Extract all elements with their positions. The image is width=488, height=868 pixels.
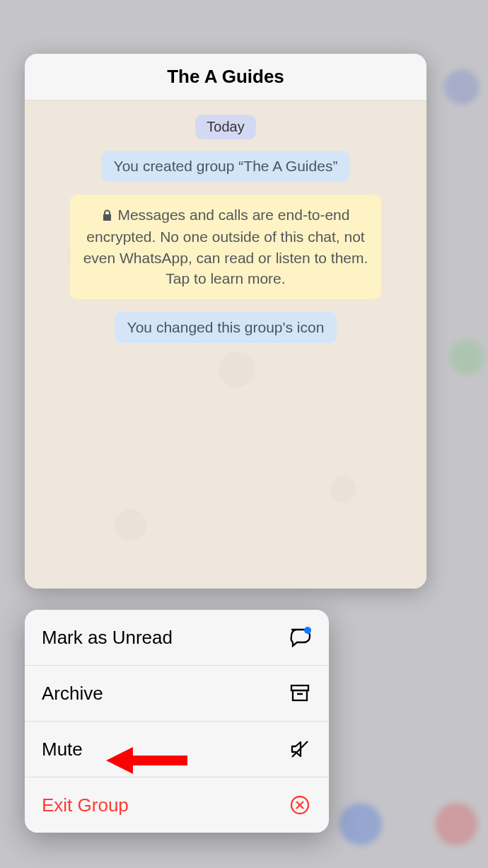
date-pill: Today xyxy=(195,115,255,139)
chat-preview-panel[interactable]: The A Guides Today You created group “Th… xyxy=(25,54,426,589)
exit-icon xyxy=(288,793,312,817)
chat-body: Today You created group “The A Guides” M… xyxy=(25,100,426,589)
bg-blur xyxy=(444,69,480,105)
chat-unread-icon xyxy=(288,625,312,649)
context-menu: Mark as Unread Archive Mute Exit Gr xyxy=(25,610,329,833)
menu-label: Exit Group xyxy=(42,794,129,816)
bg-blur xyxy=(339,803,382,845)
system-message: You created group “The A Guides” xyxy=(101,151,351,182)
bg-blur xyxy=(449,340,484,375)
menu-archive[interactable]: Archive xyxy=(25,666,329,722)
chat-title: The A Guides xyxy=(167,66,284,88)
encryption-notice[interactable]: Messages and calls are end-to-end encryp… xyxy=(70,195,381,299)
bg-blur xyxy=(435,803,477,845)
svg-rect-2 xyxy=(293,690,307,700)
menu-label: Mute xyxy=(42,739,83,760)
menu-label: Archive xyxy=(42,683,103,705)
system-message: You changed this group's icon xyxy=(115,312,337,343)
archive-icon xyxy=(288,681,312,705)
menu-label: Mark as Unread xyxy=(42,627,173,649)
mute-icon xyxy=(288,737,312,761)
menu-mute[interactable]: Mute xyxy=(25,722,329,777)
lock-icon xyxy=(102,206,112,226)
menu-exit-group[interactable]: Exit Group xyxy=(25,777,329,833)
svg-point-0 xyxy=(304,627,311,634)
chat-header: The A Guides xyxy=(25,54,426,100)
encryption-text: Messages and calls are end-to-end encryp… xyxy=(83,207,368,287)
menu-mark-unread[interactable]: Mark as Unread xyxy=(25,610,329,666)
